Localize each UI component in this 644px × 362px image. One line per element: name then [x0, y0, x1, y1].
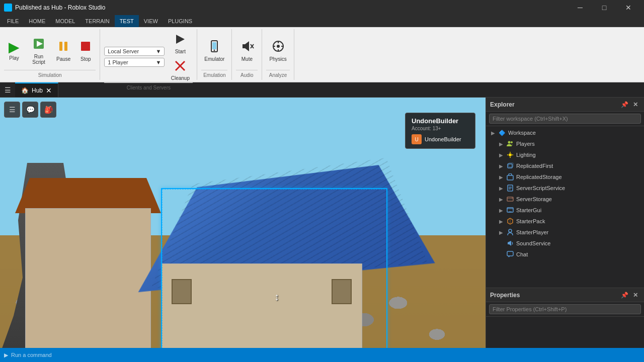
- sidebar-toggle[interactable]: ☰: [0, 82, 15, 97]
- starter-gui-icon: [506, 206, 514, 214]
- bag-button[interactable]: 🎒: [40, 102, 56, 118]
- starter-player-chevron: ▶: [498, 230, 504, 235]
- menu-plugins[interactable]: PLUGINS: [163, 15, 197, 27]
- menu-home[interactable]: HOME: [24, 15, 50, 27]
- start-button[interactable]: Start: [168, 31, 193, 56]
- menu-file[interactable]: FILE: [2, 15, 24, 27]
- explorer-pin-button[interactable]: 📌: [620, 100, 629, 109]
- tree-item-players[interactable]: ▶ Players: [486, 138, 644, 149]
- player-count-value: 1 Player: [108, 59, 128, 65]
- close-hub-tab[interactable]: ✕: [46, 86, 52, 95]
- properties-panel: Properties 📌 ✕: [486, 288, 644, 348]
- server-type-dropdown[interactable]: Local Server ▼: [104, 47, 165, 56]
- explorer-close-button[interactable]: ✕: [631, 100, 640, 109]
- explorer-search: [486, 112, 644, 126]
- tree-item-lighting[interactable]: ▶ Lighting: [486, 149, 644, 160]
- close-button[interactable]: ✕: [617, 0, 640, 15]
- analyze-label: Analyze: [266, 70, 289, 78]
- user-display-name: UndoneBuilder: [425, 136, 461, 142]
- stop-button[interactable]: Stop: [75, 38, 96, 63]
- lighting-label: Lighting: [516, 152, 644, 158]
- play-button[interactable]: ▶ Play: [4, 39, 24, 62]
- properties-search: [486, 302, 644, 317]
- server-storage-chevron: ▶: [498, 197, 504, 202]
- maximize-button[interactable]: □: [593, 0, 616, 15]
- starter-pack-chevron: ▶: [498, 219, 504, 224]
- tree-item-starter-player[interactable]: ▶ StarterPlayer: [486, 227, 644, 238]
- tree-item-workspace[interactable]: ▶ 🔷 Workspace: [486, 127, 644, 138]
- run-script-button[interactable]: RunScript: [26, 35, 51, 66]
- dropdowns: Local Server ▼ 1 Player ▼: [104, 47, 165, 67]
- properties-header-buttons: 📌 ✕: [620, 291, 640, 300]
- workspace-chevron: ▶: [490, 130, 496, 136]
- stop-label: Stop: [80, 56, 91, 62]
- pause-button[interactable]: Pause: [53, 38, 73, 63]
- replicated-storage-chevron: ▶: [498, 174, 504, 180]
- svg-point-22: [509, 153, 512, 156]
- svg-point-36: [512, 198, 513, 199]
- mute-button[interactable]: Mute: [237, 38, 257, 63]
- svg-rect-43: [507, 251, 513, 256]
- menu-view[interactable]: VIEW: [139, 15, 163, 27]
- properties-pin-button[interactable]: 📌: [620, 291, 629, 300]
- emulator-button[interactable]: Emulator: [201, 38, 227, 63]
- svg-rect-39: [509, 211, 512, 213]
- replicated-first-chevron: ▶: [498, 163, 504, 169]
- simulation-group: ▶ Play RunScript: [0, 29, 100, 80]
- chat-button[interactable]: 💬: [22, 102, 38, 118]
- home-icon: 🏠: [21, 87, 29, 94]
- status-bar: ▶: [0, 348, 644, 362]
- menu-test[interactable]: TEST: [115, 15, 139, 27]
- properties-search-input[interactable]: [489, 304, 641, 314]
- sss-label: ServerScriptService: [516, 185, 644, 191]
- viewport[interactable]: ↕ ☰ 💬 🎒 UndoneBuilder Account: 13+ U Und…: [0, 98, 486, 348]
- starter-player-label: StarterPlayer: [516, 229, 644, 235]
- workspace-icon: 🔷: [498, 129, 506, 137]
- user-popup: UndoneBuilder Account: 13+ U UndoneBuild…: [405, 113, 475, 149]
- starter-gui-label: StarterGui: [516, 207, 644, 213]
- tree-item-server-storage[interactable]: ▶ ServerStorage: [486, 194, 644, 205]
- start-icon: [174, 33, 187, 48]
- properties-close-button[interactable]: ✕: [631, 291, 640, 300]
- workspace-label: Workspace: [508, 130, 644, 136]
- server-storage-label: ServerStorage: [516, 196, 644, 202]
- players-label: Players: [516, 141, 644, 147]
- command-input[interactable]: [11, 352, 640, 358]
- cleanup-button[interactable]: Cleanup: [168, 58, 193, 82]
- tree-item-starter-pack[interactable]: ▶ StarterPack: [486, 216, 644, 227]
- emulator-label: Emulator: [204, 56, 224, 62]
- hub-tab[interactable]: 🏠 Hub ✕: [15, 82, 58, 97]
- player-count-dropdown[interactable]: 1 Player ▼: [104, 58, 165, 67]
- chat-label: Chat: [516, 251, 644, 257]
- hamburger-button[interactable]: ☰: [4, 102, 20, 118]
- tree-item-sound-service[interactable]: SoundService: [486, 238, 644, 249]
- user-entry: U UndoneBuilder: [412, 134, 469, 144]
- tree-item-starter-gui[interactable]: ▶ StarterGui: [486, 205, 644, 216]
- menu-terrain[interactable]: TERRAIN: [80, 15, 114, 27]
- replicated-first-label: ReplicatedFirst: [516, 163, 644, 169]
- sss-icon: [506, 184, 514, 192]
- chat-icon: [506, 250, 514, 258]
- audio-buttons: Mute: [237, 31, 257, 70]
- main-area: ↕ ☰ 💬 🎒 UndoneBuilder Account: 13+ U Und…: [0, 98, 644, 348]
- tree-item-replicated-storage[interactable]: ▶ ReplicatedStorage: [486, 171, 644, 183]
- simulation-buttons: ▶ Play RunScript: [4, 31, 96, 70]
- menu-model[interactable]: MODEL: [50, 15, 80, 27]
- menu-bar: FILE HOME MODEL TERRAIN TEST VIEW PLUGIN…: [0, 15, 644, 27]
- play-icon: ▶: [9, 40, 20, 54]
- server-storage-icon: [506, 195, 514, 203]
- clients-servers-content: Local Server ▼ 1 Player ▼: [104, 31, 193, 82]
- properties-header: Properties 📌 ✕: [486, 288, 644, 302]
- sound-service-label: SoundService: [516, 240, 644, 246]
- minimize-button[interactable]: ─: [569, 0, 592, 15]
- svg-marker-42: [508, 241, 511, 246]
- explorer-search-input[interactable]: [489, 114, 641, 124]
- tree-item-replicated-first[interactable]: ▶ ReplicatedFirst: [486, 160, 644, 171]
- physics-button[interactable]: Physics: [266, 38, 289, 63]
- sss-chevron: ▶: [498, 186, 504, 191]
- tree-item-server-script-service[interactable]: ▶ ServerScriptService: [486, 183, 644, 194]
- tree-item-chat[interactable]: Chat: [486, 249, 644, 260]
- players-icon: [506, 140, 514, 148]
- sound-service-icon: [506, 239, 514, 247]
- physics-label: Physics: [269, 56, 286, 62]
